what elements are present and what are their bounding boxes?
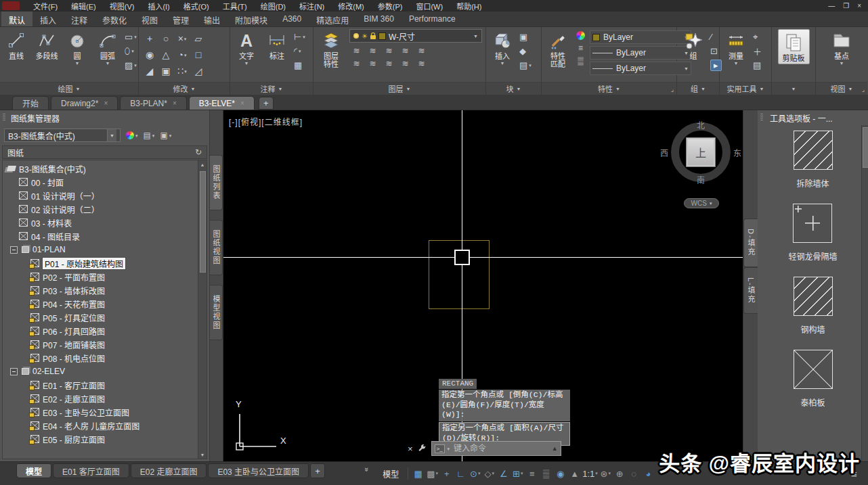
panel-label-block[interactable]: 块▼ bbox=[486, 82, 541, 95]
sheet-tree-item[interactable]: E01 - 客厅立面图 bbox=[3, 378, 207, 392]
menu-item[interactable]: 参数(P) bbox=[371, 1, 410, 11]
sheet-tree-item[interactable]: B3-图纸集合(中式) bbox=[3, 162, 207, 175]
layout-tab[interactable]: E02 走廊立面图 bbox=[131, 463, 207, 478]
wcs-menu[interactable]: WCS ▾ bbox=[684, 198, 719, 208]
workspace-switching-icon[interactable]: ⊛ bbox=[599, 465, 613, 482]
insert-button[interactable]: 插入 ▼ bbox=[489, 29, 516, 66]
sheet-tree-item[interactable]: E03 - 主卧与公卫立面图 bbox=[3, 405, 207, 419]
annotation-visibility-icon[interactable]: ▲ bbox=[567, 465, 582, 482]
layout-tab[interactable]: 模型 bbox=[16, 463, 51, 478]
base-point-button[interactable]: 基点 ▼ bbox=[828, 29, 855, 66]
sheet-tree-item[interactable]: P05 - 灯具定位图 bbox=[3, 310, 207, 324]
menu-item[interactable]: 编辑(E) bbox=[64, 1, 103, 11]
menu-item[interactable]: 文件(F) bbox=[26, 1, 64, 11]
ribbon-tab[interactable]: A360 bbox=[275, 11, 309, 26]
ribbon-tab[interactable]: 附加模块 bbox=[227, 11, 275, 26]
block-attributes-button[interactable]: ▤▾ bbox=[519, 60, 531, 71]
array-button[interactable]: ∷▾ bbox=[177, 66, 186, 76]
panel-label-clipboard[interactable]: ▼ bbox=[772, 82, 815, 95]
quick-select-button[interactable]: ＋ bbox=[753, 45, 762, 57]
publish-button[interactable]: ▤▾ bbox=[144, 131, 155, 140]
sheet-tree-item[interactable]: 02 设计说明（二） bbox=[3, 202, 207, 216]
sheet-tree-item[interactable]: P01 - 原始建筑结构图 bbox=[3, 256, 207, 270]
dimension-button[interactable]: 标注 bbox=[263, 29, 290, 61]
close-icon[interactable]: × bbox=[104, 99, 108, 107]
lineweight-dropdown[interactable]: ByLayer ▼ bbox=[590, 46, 691, 60]
dialog-launcher-icon[interactable]: ⌟ bbox=[671, 86, 674, 93]
ssm-title-bar[interactable]: 图纸集管理器 bbox=[0, 110, 209, 125]
panel-label-properties[interactable]: 特性▼⌟ bbox=[542, 82, 676, 95]
sheet-tree-item[interactable]: 04 - 图纸目录 bbox=[3, 229, 207, 243]
scroll-down-icon[interactable]: ▼ bbox=[200, 451, 205, 459]
create-block-button[interactable]: ▣ bbox=[519, 31, 531, 43]
compass-west[interactable]: 西 bbox=[660, 147, 668, 158]
lineweight-icon[interactable]: ≡ bbox=[525, 465, 539, 482]
layout-overflow-icon[interactable]: » bbox=[363, 467, 374, 470]
restore-icon[interactable]: ❐ bbox=[843, 2, 849, 9]
layer-isolate-button[interactable]: ≋ bbox=[367, 45, 378, 55]
table-button[interactable]: ▦ bbox=[294, 60, 305, 71]
minimize-icon[interactable]: — bbox=[828, 2, 835, 9]
layer-on-button[interactable]: ≋ bbox=[351, 58, 362, 68]
id-point-button[interactable]: ⌖ bbox=[753, 31, 762, 43]
menu-item[interactable]: 格式(O) bbox=[177, 1, 216, 11]
ellipse-tool-button[interactable]: ⬯▾ bbox=[125, 45, 137, 57]
annotation-monitor-icon[interactable]: ⊕ bbox=[613, 465, 627, 482]
sheet-tree-item[interactable]: P07 - 地面铺装图 bbox=[3, 338, 207, 351]
sheet-tree-item[interactable]: 03 - 材料表 bbox=[3, 216, 207, 229]
sheet-options-button[interactable]: ▣▾ bbox=[160, 131, 171, 140]
sheet-tree-item[interactable]: 00 - 封面 bbox=[3, 175, 207, 189]
palette-title-bar[interactable]: 工具选项板 - 一... bbox=[758, 110, 868, 125]
close-command-icon[interactable]: × bbox=[408, 444, 413, 454]
line-button[interactable]: 直线 bbox=[3, 29, 30, 61]
rectangle-tool-button[interactable]: ▭▾ bbox=[125, 31, 137, 43]
menu-item[interactable]: 标注(N) bbox=[292, 1, 331, 11]
stretch-button[interactable]: ◢ bbox=[146, 66, 154, 76]
layer-dropdown[interactable]: ☀ W-尺寸 ▼ bbox=[349, 29, 482, 43]
file-tab[interactable]: B3-ELVE* × bbox=[189, 96, 255, 110]
ribbon-tab[interactable]: 视图 bbox=[134, 11, 165, 26]
layout-tab[interactable]: E01 客厅立面图 bbox=[53, 463, 129, 478]
measure-button[interactable]: 测量 ▼ bbox=[722, 29, 750, 66]
file-tab[interactable]: B3-PLAN* × bbox=[120, 96, 187, 110]
sheet-tree-item[interactable]: P08 - 机电点位图 bbox=[3, 351, 207, 365]
sheet-tree-item[interactable]: P03 - 墙体拆改图 bbox=[3, 283, 207, 297]
command-input-box[interactable]: >_ ▾ ▲ bbox=[431, 441, 561, 456]
close-icon[interactable]: × bbox=[240, 99, 244, 107]
app-logo-icon[interactable] bbox=[2, 1, 20, 10]
menu-item[interactable]: 工具(T) bbox=[216, 1, 254, 11]
publish-web-button[interactable]: ▾ bbox=[126, 131, 138, 139]
fillet-button[interactable]: ◔▾ bbox=[178, 49, 187, 60]
panel-label-draw[interactable]: 绘图▼ bbox=[0, 82, 138, 95]
palette-item[interactable]: 泰柏板 bbox=[794, 350, 833, 408]
ribbon-tab[interactable]: 输出 bbox=[196, 11, 227, 26]
isolate-objects-icon[interactable]: ◌ bbox=[627, 465, 641, 482]
palette-side-tab[interactable]: L-填充 bbox=[743, 267, 758, 315]
mirror-button[interactable]: △ bbox=[162, 49, 170, 60]
layer-thaw-button[interactable]: ≋ bbox=[383, 58, 395, 68]
offset-button[interactable]: ◿ bbox=[195, 66, 202, 76]
viewport-controls-label[interactable]: [-][俯视][二维线框] bbox=[229, 116, 303, 127]
object-color-dropdown[interactable]: ByLayer ▼ bbox=[590, 30, 691, 44]
text-button[interactable]: A 文字 ▼ bbox=[233, 29, 260, 66]
ribbon-tab[interactable]: Performance bbox=[402, 11, 463, 26]
list-transparency-icon[interactable]: ▒ bbox=[575, 55, 586, 66]
layer-match-button[interactable]: ≋ bbox=[416, 45, 427, 55]
customize-command-icon[interactable] bbox=[418, 444, 427, 453]
ssm-side-tab[interactable]: 图纸视图 bbox=[210, 220, 223, 275]
annotation-scale-button[interactable]: 1:1 bbox=[582, 465, 599, 482]
copy-button[interactable]: ◉ bbox=[146, 49, 154, 60]
sheet-tree-item[interactable]: P04 - 天花布置图 bbox=[3, 297, 207, 310]
selection-cycling-icon[interactable]: ◉ bbox=[553, 465, 567, 482]
rotate-button[interactable]: ○ bbox=[163, 33, 169, 44]
ssm-side-tab[interactable]: 图纸列表 bbox=[210, 155, 223, 210]
menu-item[interactable]: 绘图(D) bbox=[254, 1, 292, 11]
menu-item[interactable]: 帮助(H) bbox=[450, 1, 488, 11]
grip-handle-icon[interactable] bbox=[760, 114, 763, 122]
new-drawing-button[interactable]: + bbox=[259, 97, 274, 110]
drawing-canvas[interactable]: [-][俯视][二维线框] 北 南 西 东 上 WCS ▾ Y bbox=[223, 110, 743, 461]
move-button[interactable]: + bbox=[147, 33, 152, 44]
match-properties-button[interactable]: 特性 匹配 bbox=[544, 29, 571, 70]
clipboard-button[interactable]: 剪贴板 bbox=[778, 29, 810, 64]
palette-item[interactable]: 轻钢龙骨隔墙 bbox=[788, 204, 837, 262]
